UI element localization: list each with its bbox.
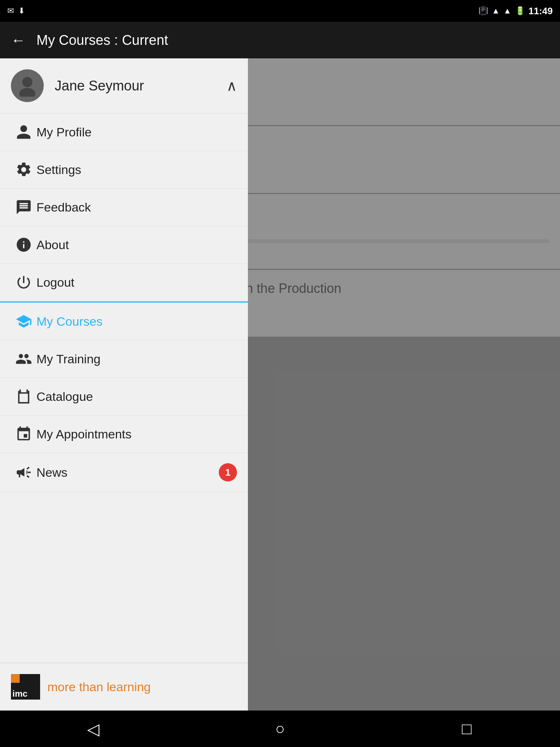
menu-item-logout[interactable]: Logout xyxy=(0,264,248,301)
menu-label-my-appointments: My Appointments xyxy=(36,427,237,441)
menu-label-about: About xyxy=(36,238,237,252)
svg-point-0 xyxy=(22,77,32,87)
chat-icon xyxy=(11,199,36,216)
settings-icon xyxy=(11,161,36,178)
app-bar: ← My Courses : Current xyxy=(0,22,560,58)
menu-label-my-profile: My Profile xyxy=(36,125,237,139)
drawer-overlay[interactable] xyxy=(248,58,560,711)
menu-item-about[interactable]: About xyxy=(0,226,248,264)
drawer-footer: imc more than learning xyxy=(0,663,248,711)
menu-item-my-courses[interactable]: My Courses xyxy=(0,303,248,340)
home-nav-button[interactable]: ○ xyxy=(265,714,295,743)
wifi-icon: ▲ xyxy=(492,6,500,16)
menu-item-catalogue[interactable]: Catalogue xyxy=(0,378,248,415)
menu-item-settings[interactable]: Settings xyxy=(0,151,248,189)
info-icon xyxy=(11,236,36,253)
menu-item-my-training[interactable]: My Training xyxy=(0,340,248,378)
navigation-drawer: Jane Seymour ∧ My Profile Settings Feedb… xyxy=(0,58,248,711)
download-icon: ⬇ xyxy=(18,6,25,16)
menu-label-feedback: Feedback xyxy=(36,200,237,214)
status-bar: ✉ ⬇ 📳 ▲ ▲ 🔋 11:49 xyxy=(0,0,560,22)
menu-label-settings: Settings xyxy=(36,163,237,177)
svg-point-1 xyxy=(19,88,35,97)
status-icons-right: 📳 ▲ ▲ 🔋 11:49 xyxy=(478,5,553,17)
menu-item-my-appointments[interactable]: My Appointments xyxy=(0,415,248,453)
menu-item-news[interactable]: News 1 xyxy=(0,453,248,492)
school-icon xyxy=(11,313,36,330)
back-nav-button[interactable]: ◁ xyxy=(79,714,108,743)
menu-label-news: News xyxy=(36,465,219,480)
menu-label-my-training: My Training xyxy=(36,352,237,366)
megaphone-icon xyxy=(11,464,36,481)
status-time: 11:49 xyxy=(529,5,553,17)
status-icons-left: ✉ ⬇ xyxy=(7,6,25,16)
person-icon xyxy=(11,124,36,140)
drawer-menu: My Profile Settings Feedback About xyxy=(0,113,248,663)
user-name: Jane Seymour xyxy=(55,78,226,94)
email-icon: ✉ xyxy=(7,6,14,16)
training-icon xyxy=(11,351,36,367)
menu-label-my-courses: My Courses xyxy=(36,314,237,329)
catalogue-icon xyxy=(11,388,36,405)
back-button[interactable]: ← xyxy=(11,32,26,49)
imc-logo: imc xyxy=(11,674,40,700)
app-bar-title: My Courses : Current xyxy=(36,32,168,48)
chevron-up-icon: ∧ xyxy=(226,77,237,94)
signal-icon: ▲ xyxy=(503,6,512,16)
menu-label-logout: Logout xyxy=(36,275,237,290)
menu-item-my-profile[interactable]: My Profile xyxy=(0,113,248,151)
menu-label-catalogue: Catalogue xyxy=(36,390,237,404)
power-icon xyxy=(11,274,36,291)
drawer-user-header[interactable]: Jane Seymour ∧ xyxy=(0,58,248,113)
recents-nav-button[interactable]: □ xyxy=(452,714,481,743)
calendar-icon xyxy=(11,426,36,442)
bottom-navigation: ◁ ○ □ xyxy=(0,711,560,747)
news-badge: 1 xyxy=(219,463,237,481)
vibrate-icon: 📳 xyxy=(478,6,488,16)
imc-tagline: more than learning xyxy=(47,680,151,694)
menu-item-feedback[interactable]: Feedback xyxy=(0,189,248,226)
battery-icon: 🔋 xyxy=(515,6,525,16)
avatar xyxy=(11,69,44,102)
